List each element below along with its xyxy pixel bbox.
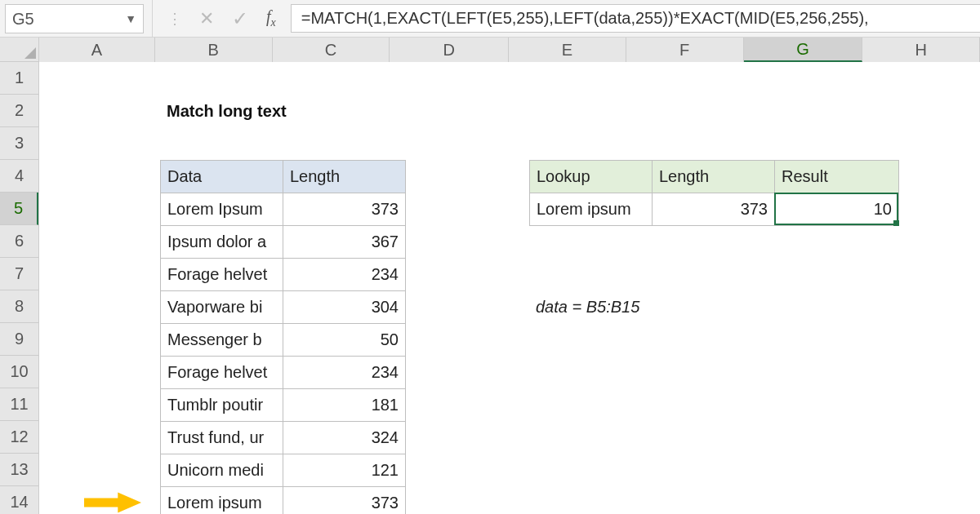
table1-header-data[interactable]: Data [160,160,283,193]
row-header-8[interactable]: 8 [0,290,38,323]
row-header-6[interactable]: 6 [0,225,38,258]
svg-marker-0 [84,492,141,512]
formula-text: =MATCH(1,EXACT(LEFT(E5,255),LEFT(data,25… [301,9,869,28]
row-header-4[interactable]: 4 [0,160,38,193]
name-box-value: G5 [12,10,34,29]
arrow-right-icon [84,492,141,513]
chevron-down-icon[interactable]: ▼ [125,12,136,25]
column-header-G[interactable]: G [744,38,863,62]
row-header-9[interactable]: 9 [0,323,38,356]
page-title[interactable]: Match long text [160,95,406,128]
row-header-10[interactable]: 10 [0,356,38,388]
column-header-E[interactable]: E [509,38,626,62]
column-header-F[interactable]: F [626,38,744,62]
table1-header-length[interactable]: Length [283,160,406,193]
table1-length-row-7[interactable]: 181 [283,388,406,422]
name-box[interactable]: G5 ▼ [5,4,144,33]
row-header-14[interactable]: 14 [0,486,38,514]
formula-input[interactable]: =MATCH(1,EXACT(LEFT(E5,255),LEFT(data,25… [291,4,980,33]
table2-header-length[interactable]: Length [652,160,775,193]
table1-length-row-6[interactable]: 234 [283,356,406,389]
table2-header-lookup[interactable]: Lookup [529,160,653,193]
row-header-7[interactable]: 7 [0,258,38,290]
table1-data-row-5[interactable]: Messenger b [160,323,283,357]
row-header-13[interactable]: 13 [0,454,38,486]
table2-result-val[interactable]: 10 [774,193,899,226]
cancel-icon[interactable]: ✕ [199,8,214,29]
table2-length-val[interactable]: 373 [652,193,775,226]
table2-header-result[interactable]: Result [774,160,899,193]
worksheet[interactable]: ABCDEFGH 1234567891011121314 Match long … [0,38,980,514]
table1-length-row-8[interactable]: 324 [283,421,406,454]
table1-data-row-4[interactable]: Vaporware bi [160,290,283,324]
row-header-11[interactable]: 11 [0,388,38,421]
column-header-B[interactable]: B [155,38,273,62]
fx-icon[interactable]: fx [266,7,276,29]
named-range-note[interactable]: data = B5:B15 [529,290,775,324]
table1-length-row-3[interactable]: 234 [283,258,406,291]
column-header-A[interactable]: A [39,38,155,62]
table1-data-row-9[interactable]: Unicorn medi [160,454,283,487]
row-header-5[interactable]: 5 [0,193,38,225]
table1-length-row-2[interactable]: 367 [283,225,406,259]
row-header-3[interactable]: 3 [0,127,38,160]
select-all-corner[interactable] [0,38,39,62]
column-header-H[interactable]: H [862,38,980,62]
column-header-D[interactable]: D [390,38,509,62]
table1-length-row-9[interactable]: 121 [283,454,406,487]
cell-grid[interactable]: Match long textDataLengthLorem Ipsum373I… [39,62,980,514]
column-header-C[interactable]: C [273,38,390,62]
table1-length-row-4[interactable]: 304 [283,290,406,324]
table2-lookup-val[interactable]: Lorem ipsum [529,193,653,226]
drag-dots-icon: ⋮ [167,10,181,28]
column-headers: ABCDEFGH [39,38,980,62]
table1-data-row-3[interactable]: Forage helvet [160,258,283,291]
table1-length-row-5[interactable]: 50 [283,323,406,357]
table1-length-row-10[interactable]: 373 [283,486,406,514]
table1-data-row-8[interactable]: Trust fund, ur [160,421,283,454]
enter-icon[interactable]: ✓ [232,7,248,30]
row-headers: 1234567891011121314 [0,62,39,514]
fx-button-group: ⋮ ✕ ✓ fx [152,0,291,37]
table1-data-row-6[interactable]: Forage helvet [160,356,283,389]
table1-length-row-1[interactable]: 373 [283,193,406,226]
table1-data-row-2[interactable]: Ipsum dolor a [160,225,283,259]
table1-data-row-7[interactable]: Tumblr poutir [160,388,283,422]
table1-data-row-10[interactable]: Lorem ipsum [160,486,283,514]
row-header-1[interactable]: 1 [0,62,38,95]
row-header-2[interactable]: 2 [0,95,38,127]
table1-data-row-1[interactable]: Lorem Ipsum [160,193,283,226]
formula-bar: G5 ▼ ⋮ ✕ ✓ fx =MATCH(1,EXACT(LEFT(E5,255… [0,0,980,38]
row-header-12[interactable]: 12 [0,421,38,454]
